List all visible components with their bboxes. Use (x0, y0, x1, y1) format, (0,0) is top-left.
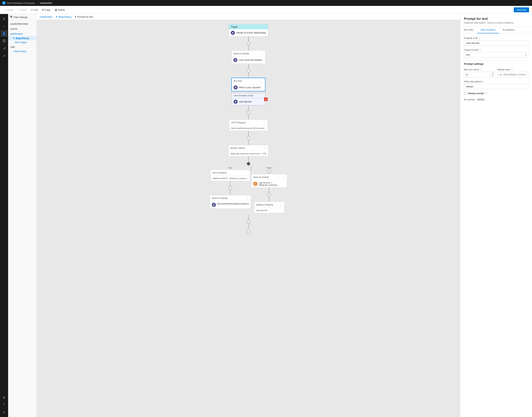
http-request-menu[interactable]: ⋮ (263, 121, 266, 124)
app-name: Bot Framework Composer (7, 2, 35, 4)
svg-point-17 (255, 183, 256, 184)
add-after-set-property[interactable]: + (228, 186, 232, 190)
sidebar-icon-settings[interactable]: ⚙ (1, 394, 7, 401)
add-after-user-answers[interactable]: + (247, 111, 250, 114)
flow-canvas[interactable]: Trigger Handle an Event: BeginDialog + (37, 20, 460, 417)
sidebar-icon-home[interactable]: ⌂ (1, 23, 7, 30)
allow-interruptions-group: Allow interruptions ⓘ (464, 80, 528, 89)
bot-asks-node[interactable]: Bot Asks ⋮ What is your zipcode? (231, 78, 265, 91)
sidebar-item-cancel[interactable]: cancel (8, 26, 36, 31)
sidebar-item-getweather[interactable]: getWeather (8, 31, 36, 36)
allow-interruptions-input[interactable] (464, 84, 528, 89)
always-prompt-checkbox[interactable] (464, 92, 467, 95)
max-turn-count-input[interactable] (464, 72, 491, 77)
trigger-body: Handle an Event: BeginDialog (229, 29, 268, 36)
branch-menu[interactable]: ⋮ (263, 146, 266, 150)
sidebar-icon-chart[interactable] (1, 52, 7, 59)
add-false-branch[interactable]: + (267, 170, 271, 173)
panel-subtitle: Collection information - Ask for a word … (460, 21, 532, 27)
delete-icon: 🗑 (55, 9, 57, 11)
flow-end (247, 230, 250, 234)
sidebar-trigger-new[interactable]: New Trigger ... (8, 40, 36, 44)
breadcrumb-getweather[interactable]: GetWeather (40, 15, 53, 18)
sidebar-icon-people[interactable]: 👤 (1, 30, 7, 37)
property-fill-help-icon[interactable]: ⓘ (478, 36, 480, 40)
redo-icon: ↪ (18, 9, 20, 11)
output-format-select[interactable]: trim none uppercase lowercase (464, 52, 528, 57)
delete-property-node[interactable]: Delete a Property ⋮ user.zipcode (254, 202, 284, 213)
tab-user-answers[interactable]: User Answers (477, 27, 499, 33)
add-after-branch[interactable]: + (247, 220, 250, 223)
max-turn-help-icon[interactable]: ⓘ (479, 68, 481, 71)
sidebar-sub-begindialog[interactable]: ⌥ BeginDialog (8, 36, 36, 40)
tab-bot-asks[interactable]: Bot Asks (460, 27, 477, 33)
sidebar-item-weatherbot-main[interactable]: weatherBot.Main (8, 21, 36, 26)
default-value-input[interactable] (497, 72, 529, 77)
property-to-fill-input[interactable] (464, 40, 528, 46)
branch-node[interactable]: Branch: If/Else ⋮ dialog.api_response.st… (228, 145, 268, 156)
dialog-section-main: weatherBot.Main cancel getWeather ⌥ Begi… (8, 21, 36, 54)
max-default-row: Max turn count ⓘ ▲ ▼ Default value (464, 68, 528, 77)
panel-tabs: Bot Asks User Answers Exceptions (460, 27, 532, 33)
undo-button[interactable]: ↩ Undo (3, 8, 15, 12)
id-number-row: ID number 145022 (464, 97, 528, 101)
copy-button[interactable]: ⧉ Copy (40, 8, 52, 12)
start-bot-button[interactable]: Start Bot (514, 7, 529, 12)
redo-button[interactable]: ↪ Redo (16, 8, 28, 12)
add-after-send1[interactable]: + (247, 69, 250, 73)
set-property-menu[interactable]: ⋮ (245, 171, 248, 174)
svg-point-2 (4, 3, 4, 3)
user-answers-node[interactable]: User Answers (Text) user.zipcode (231, 93, 265, 105)
branch-split: True Set a Property ⋮ {dialog.weather} =… (193, 156, 304, 235)
copy-icon: ⧉ (42, 8, 44, 11)
sidebar-icon-tree[interactable]: ⎇ (1, 45, 7, 52)
id-number-label: ID number (464, 98, 475, 101)
add-after-http[interactable]: + (247, 136, 250, 140)
tab-exceptions[interactable]: Exceptions (499, 27, 518, 33)
always-prompt-help-icon[interactable]: ⓘ (485, 92, 487, 95)
spinner-down[interactable]: ▼ (491, 75, 495, 77)
allow-interruptions-label: Allow interruptions ⓘ (464, 80, 528, 83)
sidebar-new-dialog[interactable]: + New Dialog .. (8, 49, 36, 53)
connector-4: + (247, 131, 250, 145)
sidebar-icon-info[interactable]: ℹ (1, 409, 7, 416)
add-after-trigger[interactable]: + (247, 42, 250, 45)
sidebar-icon-hamburger[interactable]: ☰ (1, 15, 7, 22)
delete-property-menu[interactable]: ⋮ (280, 203, 282, 207)
canvas-area: GetWeather › BeginDialog › Prompt for te… (37, 14, 460, 417)
send-activity-3-menu[interactable]: ⋮ (246, 196, 249, 200)
send-activity-1-icon: ☺ (233, 58, 238, 62)
default-value-label: Default value ⓘ (497, 68, 529, 71)
send-activity-2-node[interactable]: Send an Activity ⋮ I got an error: { dia… (251, 174, 287, 188)
connector-2: + (247, 64, 250, 78)
sidebar-icons: ☰ ⌂ 👤 ⎇ ⚙ ? ℹ (0, 14, 8, 417)
set-property-node[interactable]: Set a Property ⋮ {dialog.weather} = dial… (210, 170, 250, 181)
send-activity-1-node[interactable]: Send an Activity ⋮ ☺ Let's check the wea… (231, 51, 265, 64)
add-after-send2[interactable]: + (267, 193, 271, 197)
http-request-node[interactable]: HTTP Request ⋮ http://weatherbot-ignite-… (229, 120, 268, 131)
branch-header: Branch: If/Else ⋮ (228, 145, 268, 151)
filter-dialogs[interactable]: Filter Dialogs (8, 14, 36, 21)
cut-button[interactable]: ✂ Cut (29, 8, 39, 12)
breadcrumb-sep-1: › (54, 15, 54, 18)
panel-body: Property to fill ⓘ Output Format ⓘ trim … (460, 33, 532, 104)
breadcrumb-begindialog[interactable]: BeginDialog (55, 15, 71, 18)
send-activity-2-menu[interactable]: ⋮ (282, 175, 285, 179)
sidebar-icon-help[interactable]: ? (1, 402, 7, 408)
panel-title: Prompt for text (460, 14, 532, 21)
sidebar-icon-list[interactable] (1, 38, 7, 44)
main-layout: ☰ ⌂ 👤 ⎇ ⚙ ? ℹ Filter Dialogs weatherBot.… (0, 14, 532, 417)
send-activity-3-node[interactable]: Send an Activity ⋮ {DescribeWeather(dial… (210, 195, 251, 209)
prompt-settings-title: Prompt settings (464, 60, 528, 65)
send-activity-1-menu[interactable]: ⋮ (261, 52, 263, 55)
send-activity-2-icon (253, 182, 257, 186)
trigger-node[interactable]: Trigger Handle an Event: BeginDialog (229, 24, 268, 36)
sidebar-item-help[interactable]: help (8, 44, 36, 49)
output-format-help-icon[interactable]: ⓘ (479, 48, 481, 51)
allow-interruptions-help-icon[interactable]: ⓘ (483, 80, 485, 83)
delete-button[interactable]: 🗑 Delete (53, 8, 67, 12)
default-value-help-icon[interactable]: ⓘ (511, 68, 513, 71)
spinner-up[interactable]: ▲ (491, 72, 495, 75)
bot-asks-menu[interactable]: ⋮ (260, 79, 263, 83)
bot-asks-icon (234, 85, 238, 90)
